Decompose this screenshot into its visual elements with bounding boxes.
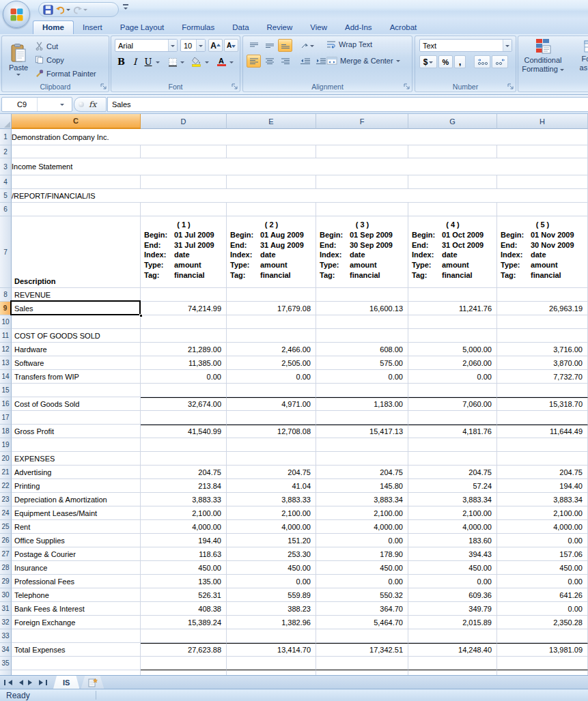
ribbon-tab-home[interactable]: Home (33, 20, 74, 34)
row-header-11[interactable]: 11 (0, 329, 12, 343)
cell-F22[interactable]: 145.80 (316, 479, 408, 493)
cell-H25[interactable]: 4,000.00 (497, 520, 588, 534)
cell-D35[interactable] (141, 657, 227, 670)
cell-D26[interactable]: 194.40 (141, 534, 227, 547)
copy-button[interactable]: Copy (35, 53, 64, 66)
cell-F26[interactable]: 0.00 (316, 534, 408, 547)
cell-C15[interactable] (12, 384, 141, 397)
ribbon-tab-insert[interactable]: Insert (74, 21, 111, 34)
cell-D33[interactable] (141, 629, 227, 643)
cell-E33[interactable] (227, 629, 316, 643)
cell-G11[interactable] (408, 329, 497, 343)
cell-E17[interactable] (227, 411, 316, 425)
row-header-18[interactable]: 18 (0, 425, 12, 438)
align-left-button[interactable] (247, 55, 261, 68)
cell-F32[interactable]: 5,464.70 (316, 616, 408, 629)
cell-G32[interactable]: 2,015.89 (408, 616, 497, 629)
column-header-D[interactable]: D (141, 114, 227, 129)
cell-C33[interactable] (12, 629, 141, 643)
cell-G8[interactable] (408, 288, 497, 302)
row-header-23[interactable]: 23 (0, 493, 12, 506)
name-box[interactable]: C9 (1, 97, 72, 112)
cell-H11[interactable] (497, 329, 588, 343)
row-header-1[interactable]: 1 (0, 129, 12, 145)
cell-D16[interactable]: 32,674.00 (141, 397, 227, 411)
font-size-combo[interactable]: 10 (180, 39, 206, 52)
cell-D4[interactable] (141, 175, 227, 189)
cell-C25[interactable]: Rent (12, 520, 141, 534)
cell-C34[interactable]: Total Expenses (12, 643, 141, 657)
comma-style-button[interactable]: , (454, 55, 466, 68)
cell-F19[interactable] (316, 438, 408, 452)
format-as-table-button[interactable]: Format as Table (568, 38, 588, 83)
cell-C2[interactable] (12, 145, 141, 158)
customize-qat-icon[interactable] (123, 4, 128, 10)
cell-E18[interactable]: 12,708.08 (227, 425, 316, 438)
cell-D22[interactable]: 213.84 (141, 479, 227, 493)
cell-D23[interactable]: 3,883.33 (141, 493, 227, 506)
cell-E34[interactable]: 13,414.70 (227, 643, 316, 657)
row-header-10[interactable]: 10 (0, 315, 12, 329)
row-header-13[interactable]: 13 (0, 356, 12, 370)
cell-H16[interactable]: 15,318.70 (497, 397, 588, 411)
cell-G10[interactable] (408, 315, 497, 329)
cell-G13[interactable]: 2,060.00 (408, 356, 497, 370)
cell-H4[interactable] (497, 175, 588, 189)
cell-H29[interactable]: 0.00 (497, 575, 588, 588)
cell-H19[interactable] (497, 438, 588, 452)
cell-F6[interactable] (316, 203, 408, 216)
row-header-29[interactable]: 29 (0, 575, 12, 588)
decrease-indent-button[interactable] (298, 55, 312, 68)
cell-E35[interactable] (227, 657, 316, 670)
cell-C11[interactable]: COST OF GOODS SOLD (12, 329, 141, 343)
format-painter-button[interactable]: Format Painter (35, 67, 96, 80)
cell-H10[interactable] (497, 315, 588, 329)
row-header-27[interactable]: 27 (0, 547, 12, 561)
ribbon-tab-data[interactable]: Data (223, 21, 257, 34)
cell-G24[interactable]: 2,100.00 (408, 506, 497, 520)
cell-D28[interactable]: 450.00 (141, 561, 227, 575)
cell-E26[interactable]: 151.20 (227, 534, 316, 547)
cell-G21[interactable]: 204.75 (408, 466, 497, 479)
cell-F20[interactable] (316, 452, 408, 466)
row-header-5[interactable]: 5 (0, 189, 12, 203)
cell-title-row-1[interactable]: Demonstration Company Inc. (12, 129, 588, 145)
cell-F21[interactable]: 204.75 (316, 466, 408, 479)
cell-H13[interactable]: 3,870.00 (497, 356, 588, 370)
cell-G4[interactable] (408, 175, 497, 189)
cell-F25[interactable]: 4,000.00 (316, 520, 408, 534)
first-sheet-button[interactable] (3, 677, 13, 687)
increase-indent-button[interactable] (313, 55, 328, 68)
cell-F13[interactable]: 575.00 (316, 356, 408, 370)
row-header-25[interactable]: 25 (0, 520, 12, 534)
cell-C16[interactable]: Cost of Goods Sold (12, 397, 141, 411)
cell-H32[interactable]: 2,350.28 (497, 616, 588, 629)
fill-color-button[interactable] (190, 55, 204, 68)
cell-partial-C[interactable] (12, 670, 141, 675)
cell-G17[interactable] (408, 411, 497, 425)
cell-E28[interactable]: 450.00 (227, 561, 316, 575)
cell-F23[interactable]: 3,883.34 (316, 493, 408, 506)
underline-button[interactable]: U (142, 55, 154, 68)
font-color-dropdown[interactable] (229, 61, 234, 66)
row-header-3[interactable]: 3 (0, 158, 12, 175)
cell-H30[interactable]: 641.26 (497, 588, 588, 602)
row-header-28[interactable]: 28 (0, 561, 12, 575)
cell-H18[interactable]: 11,644.49 (497, 425, 588, 438)
cell-F9[interactable]: 16,600.13 (316, 302, 408, 315)
cell-H24[interactable]: 2,100.00 (497, 506, 588, 520)
cell-E30[interactable]: 559.89 (227, 588, 316, 602)
cell-period-3[interactable]: ( 3 )Begin:01 Sep 2009End:30 Sep 2009Ind… (316, 216, 408, 288)
cell-D25[interactable]: 4,000.00 (141, 520, 227, 534)
cell-C18[interactable]: Gross Profit (12, 425, 141, 438)
ribbon-tab-add-ins[interactable]: Add-Ins (336, 21, 381, 34)
cell-F17[interactable] (316, 411, 408, 425)
column-header-E[interactable]: E (227, 114, 316, 129)
cell-E2[interactable] (227, 145, 316, 158)
cell-F18[interactable]: 15,417.13 (316, 425, 408, 438)
underline-dropdown[interactable] (156, 61, 160, 66)
cell-H2[interactable] (497, 145, 588, 158)
font-dialog-launcher[interactable] (231, 83, 238, 90)
number-dialog-launcher[interactable] (507, 83, 514, 90)
align-bottom-button[interactable] (278, 39, 292, 52)
